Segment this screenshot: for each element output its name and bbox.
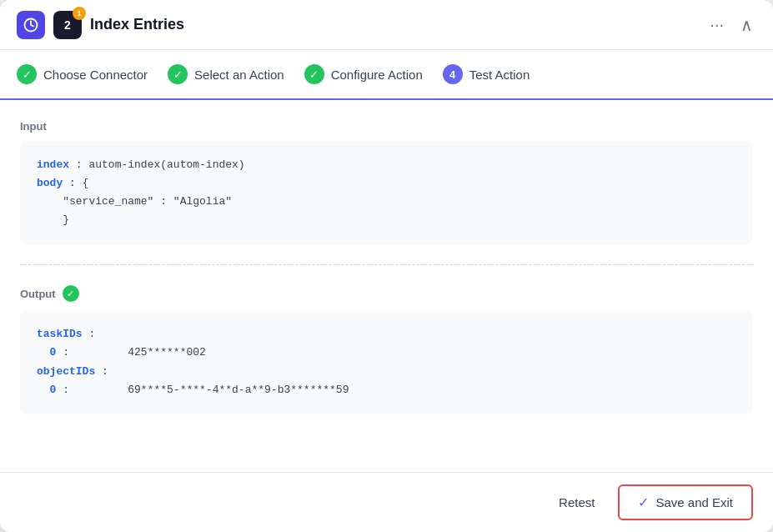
code-key: objectIDs xyxy=(37,365,95,378)
main-content: Input index : autom-index(autom-index) b… xyxy=(0,100,773,472)
output-line-4: 0 : 69****5-****-4**d-a**9-b3*******59 xyxy=(37,381,736,399)
save-exit-label: Save and Exit xyxy=(655,495,733,509)
output-label-row: Output ✓ xyxy=(20,285,753,302)
step-select-action[interactable]: ✓ Select an Action xyxy=(168,51,304,98)
header-actions: ··· ∧ xyxy=(706,12,756,38)
page-title: Index Entries xyxy=(90,16,698,33)
output-line-2: 0 : 425******002 xyxy=(37,344,736,362)
code-key: body xyxy=(37,177,63,189)
input-code-block: index : autom-index(autom-index) body : … xyxy=(20,141,753,244)
step-test-action[interactable]: 4 Test Action xyxy=(443,51,550,98)
step-check-icon: ✓ xyxy=(17,64,37,84)
step-label: Choose Connector xyxy=(43,68,148,82)
step-label: Configure Action xyxy=(331,68,423,82)
step-badge-icon: 2 1 xyxy=(53,11,82,39)
step-label: Test Action xyxy=(469,68,530,82)
step-check-icon: ✓ xyxy=(304,64,324,84)
code-key: taskIDs xyxy=(37,328,83,340)
step-configure-action[interactable]: ✓ Configure Action xyxy=(304,51,443,98)
input-label: Input xyxy=(20,120,753,133)
more-options-button[interactable]: ··· xyxy=(706,12,727,38)
retest-button[interactable]: Retest xyxy=(549,489,605,516)
chevron-up-icon: ∧ xyxy=(740,16,753,34)
checkmark-icon: ✓ xyxy=(638,494,649,510)
step-label: Select an Action xyxy=(194,68,284,82)
save-exit-button[interactable]: ✓ Save and Exit xyxy=(618,484,753,520)
main-window: 2 1 Index Entries ··· ∧ ✓ Choose Connect… xyxy=(0,0,773,532)
code-line-4: } xyxy=(37,211,736,229)
code-key: index xyxy=(37,158,69,171)
more-icon: ··· xyxy=(710,15,724,33)
output-line-3: objectIDs : xyxy=(37,363,736,381)
section-divider xyxy=(20,264,753,265)
code-line-3: "service_name" : "Algolia" xyxy=(37,193,736,211)
code-line-1: index : autom-index(autom-index) xyxy=(37,156,736,174)
output-code-block: taskIDs : 0 : 425******002 objectIDs : 0… xyxy=(20,310,753,414)
collapse-button[interactable]: ∧ xyxy=(737,12,756,38)
step-choose-connector[interactable]: ✓ Choose Connector xyxy=(17,51,168,98)
step-number-icon: 4 xyxy=(443,64,463,84)
notification-badge: 1 xyxy=(73,7,86,20)
output-section: Output ✓ taskIDs : 0 : 425******002 obje… xyxy=(20,285,753,414)
code-line-2: body : { xyxy=(37,174,736,193)
header: 2 1 Index Entries ··· ∧ xyxy=(0,0,773,50)
footer: Retest ✓ Save and Exit xyxy=(0,472,773,532)
timer-icon xyxy=(17,11,45,39)
input-section: Input index : autom-index(autom-index) b… xyxy=(20,120,753,244)
steps-navigation: ✓ Choose Connector ✓ Select an Action ✓ … xyxy=(0,50,773,100)
output-check-icon: ✓ xyxy=(63,285,79,302)
step-check-icon: ✓ xyxy=(168,64,188,84)
code-key: 0 xyxy=(37,384,56,396)
output-label: Output xyxy=(20,288,56,300)
output-line-1: taskIDs : xyxy=(37,325,736,344)
code-key: 0 xyxy=(37,346,56,359)
